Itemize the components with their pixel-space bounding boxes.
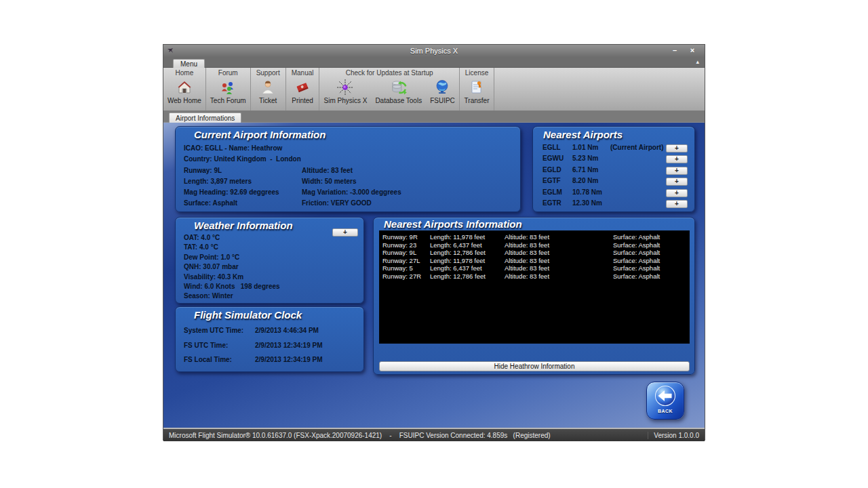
tab-airport-informations[interactable]: Airport Informations (169, 113, 241, 123)
runway-surface: Surface: Asphalt (613, 264, 660, 272)
runway-surface: Surface: Asphalt (613, 272, 660, 281)
add-airport-button[interactable]: + (666, 167, 688, 175)
clock-label: FS Local Time: (184, 356, 232, 363)
ribbon-group-updates: Check for Updates at Startup Sim Physics… (319, 68, 459, 110)
wind-value: Wind: 6.0 Knots 198 degrees (184, 283, 363, 292)
window-title: Sim Physics X (163, 47, 705, 55)
width-value: Width: 50 meters (302, 178, 356, 188)
runway-row: Runway: 9L Length: 12,786 feet Altitude:… (382, 249, 689, 257)
add-airport-button[interactable]: + (666, 178, 688, 186)
runway-altitude: Altitude: 83 feet (505, 249, 613, 257)
airport-distance: 5.23 Nm (572, 155, 598, 162)
ribbon-collapse-icon[interactable]: ▴ (696, 58, 699, 65)
clock-label: FS UTC Time: (184, 342, 228, 349)
ticket-button[interactable]: Ticket (258, 78, 278, 110)
panel-title: Flight Simulator Clock (194, 309, 363, 321)
printed-book-icon (294, 78, 311, 97)
airport-icao: EGLD (542, 166, 561, 174)
add-airport-button[interactable]: + (666, 189, 688, 197)
runway-row: Runway: 9R Length: 11,978 feet Altitude:… (382, 233, 689, 241)
ribbon-group-label: Home (166, 68, 203, 78)
runway-id: Runway: 23 (382, 241, 430, 249)
version-text: Version 1.0.0.0 (648, 432, 699, 439)
add-weather-button[interactable]: + (332, 228, 358, 237)
printed-manual-button[interactable]: Printed (290, 78, 315, 110)
country-line: Country: United Kingdom - London (184, 155, 520, 166)
ribbon: Home Web Home Forum Tech Forum (163, 68, 705, 111)
clock-row: FS UTC Time: 2/9/2013 12:34:19 PM (184, 342, 363, 357)
runway-list: Runway: 9R Length: 11,978 feet Altitude:… (379, 230, 690, 344)
runway-surface: Surface: Asphalt (613, 257, 660, 265)
ribbon-item-label: Transfer (465, 97, 490, 104)
add-airport-button[interactable]: + (666, 144, 688, 152)
clock-panel: Flight Simulator Clock System UTC Time: … (175, 306, 364, 372)
airport-distance: 1.01 Nm (572, 144, 598, 151)
clock-value: 2/9/2013 4:46:34 PM (255, 327, 319, 334)
airport-distance: 12.30 Nm (572, 199, 602, 207)
airport-icao: EGTR (542, 199, 561, 207)
nearest-airport-row: EGTR 12.30 Nm + (533, 199, 694, 210)
title-bar: Sim Physics X – × (163, 45, 705, 57)
back-button[interactable]: BACK (646, 382, 684, 420)
clock-label: System UTC Time: (184, 327, 243, 334)
minimize-button[interactable]: – (668, 45, 682, 56)
airport-distance: 8.20 Nm (572, 177, 598, 184)
runway-value: Runway: 9L (184, 167, 302, 178)
nearest-airport-row: EGTF 8.20 Nm + (533, 177, 694, 188)
airport-icao: EGLL (542, 144, 561, 151)
airport-distance: 6.71 Nm (572, 166, 598, 174)
runway-length: Length: 11,978 feet (430, 233, 505, 241)
transfer-license-button[interactable]: Transfer (463, 78, 491, 110)
status-bar: Microsoft Flight Simulator® 10.0.61637.0… (163, 428, 705, 441)
surface-value: Surface: Asphalt (184, 199, 302, 210)
fsuipc-button[interactable]: FSUIPC (429, 78, 456, 110)
runway-length: Length: 6,437 feet (430, 264, 505, 272)
nearest-airport-row: EGLM 10.78 Nm + (533, 188, 694, 199)
runway-row: Runway: 23 Length: 6,437 feet Altitude: … (382, 241, 689, 249)
ribbon-group-forum: Forum Tech Forum (206, 68, 251, 110)
ribbon-group-license: License Transfer (460, 68, 494, 110)
runway-surface: Surface: Asphalt (613, 241, 660, 249)
airport-distance: 10.78 Nm (572, 188, 602, 196)
ribbon-group-label: Manual (289, 68, 317, 78)
ribbon-item-label: Web Home (167, 97, 201, 104)
ribbon-item-label: Sim Physics X (323, 97, 367, 104)
support-person-icon (260, 78, 276, 97)
current-airport-note: (Current Airport) (610, 144, 664, 151)
hide-heathrow-button[interactable]: Hide Heathrow Information (379, 361, 690, 371)
app-window: Sim Physics X – × Menu ▴ Home Web Home F… (163, 44, 705, 441)
ribbon-item-label: Database Tools (375, 97, 422, 104)
back-button-label: BACK (658, 409, 673, 413)
nearest-airport-row: EGLD 6.71 Nm + (533, 166, 694, 177)
license-certificate-icon (469, 78, 485, 97)
runway-row: Runway: 5 Length: 6,437 feet Altitude: 8… (382, 264, 689, 272)
clock-row: FS Local Time: 2/9/2013 12:34:19 PM (184, 356, 363, 371)
sim-physics-x-update-button[interactable]: Sim Physics X (322, 78, 368, 110)
runway-row: Runway: 27R Length: 12,786 feet Altitude… (382, 272, 689, 281)
ribbon-group-label: Forum (209, 68, 248, 78)
friction-value: Friction: VERY GOOD (302, 199, 372, 210)
web-home-button[interactable]: Web Home (166, 78, 203, 110)
runway-id: Runway: 27R (382, 272, 430, 281)
tech-forum-button[interactable]: Tech Forum (209, 78, 248, 110)
clock-value: 2/9/2013 12:34:19 PM (255, 356, 323, 363)
home-icon (176, 78, 193, 97)
runway-altitude: Altitude: 83 feet (505, 257, 613, 265)
add-airport-button[interactable]: + (666, 155, 688, 163)
runway-length: Length: 6,437 feet (430, 241, 505, 249)
forum-people-icon (220, 78, 236, 97)
clock-row: System UTC Time: 2/9/2013 4:46:34 PM (184, 327, 363, 342)
runway-id: Runway: 5 (382, 264, 430, 272)
back-arrow-icon (650, 382, 681, 411)
runway-id: Runway: 27L (382, 257, 430, 265)
ribbon-group-support: Support Ticket (251, 68, 286, 110)
length-value: Length: 3,897 meters (184, 178, 302, 188)
dew-point-value: Dew Point: 1.0 °C (184, 253, 363, 263)
ribbon-group-label: License (462, 68, 491, 78)
content-area: Current Airport Information ICAO: EGLL -… (163, 123, 705, 428)
runway-id: Runway: 9L (382, 249, 430, 257)
add-airport-button[interactable]: + (666, 200, 688, 208)
database-tools-button[interactable]: Database Tools (374, 78, 423, 110)
close-button[interactable]: × (686, 45, 699, 56)
ribbon-item-label: Printed (292, 97, 313, 104)
